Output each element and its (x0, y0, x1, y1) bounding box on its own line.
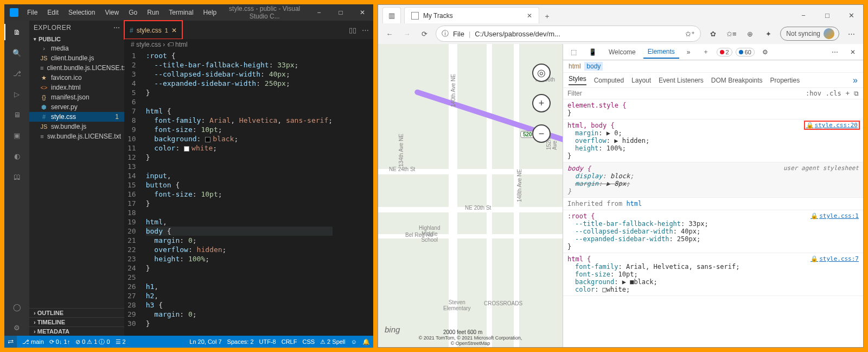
css-rule[interactable]: 🔒style.css:7html {font-family: Arial, He… (563, 253, 863, 296)
book-icon[interactable]: 🕮 (9, 168, 25, 185)
zoom-in-button[interactable]: + (532, 94, 551, 112)
panel-tab[interactable]: DOM Breakpoints (711, 77, 763, 84)
breadcrumb[interactable]: # style.css › 🏷 html (124, 39, 373, 50)
devtools-tab-elements[interactable]: Elements (643, 46, 679, 59)
tab-style-css[interactable]: # style.css 1 ✕ (124, 21, 182, 39)
sidebar-section[interactable]: › METADATA (29, 326, 124, 336)
menu-edit[interactable]: Edit (43, 7, 63, 18)
tab-actions-icon[interactable]: ▥ (382, 7, 401, 23)
menu-selection[interactable]: Selection (64, 7, 99, 18)
devtools-more-icon[interactable]: ⋯ (827, 46, 843, 58)
sidebar-section[interactable]: › TIMELINE (29, 317, 124, 326)
site-info-icon[interactable]: ⓘ (442, 29, 449, 39)
css-rule[interactable]: element.style {} (563, 99, 863, 120)
file-item[interactable]: ★favicon.ico (29, 73, 124, 83)
menu-run[interactable]: Run (143, 7, 163, 18)
tab-close-icon[interactable]: ✕ (171, 27, 177, 34)
panel-tab[interactable]: Styles (569, 75, 586, 85)
problems-indicator[interactable]: ⊘0 ⚠1 ⓘ0 (75, 338, 110, 346)
inspect-icon[interactable]: ⬚ (566, 46, 581, 58)
browser-tab[interactable]: My Tracks ✕ (404, 7, 539, 23)
settings-icon[interactable]: ⚙ (9, 319, 25, 336)
edge-icon[interactable]: ◐ (9, 148, 25, 164)
file-item[interactable]: <>index.html (29, 83, 124, 92)
menu-view[interactable]: View (100, 7, 123, 18)
file-item[interactable]: ≡sw.bundle.js.LICENSE.txt (29, 131, 124, 141)
menu-help[interactable]: Help (199, 7, 221, 18)
window-max-button[interactable]: □ (330, 4, 352, 21)
cls-button[interactable]: .cls (826, 90, 841, 97)
split-editor-icon[interactable]: ▯▯ (349, 26, 356, 34)
file-item[interactable]: ⬢server.py (29, 102, 124, 112)
map[interactable]: NE 36th NE 24th St NE 20th St Bel Red Rd… (378, 44, 563, 347)
feedback-icon[interactable]: ☺ (351, 338, 357, 345)
devtools-more-tabs[interactable]: » (682, 46, 695, 58)
locate-button[interactable]: ◎ (532, 64, 551, 82)
eol-indicator[interactable]: CRLF (282, 338, 297, 345)
forward-button[interactable]: → (401, 30, 413, 38)
devtools-settings-icon[interactable]: ⚙ (758, 46, 773, 58)
file-item[interactable]: JSclient.bundle.js (29, 53, 124, 63)
more-panels-icon[interactable]: » (853, 76, 858, 85)
selection-indicator[interactable]: ☰ 2 (116, 338, 126, 345)
extensions-icon[interactable]: ▣ (9, 127, 25, 143)
source-link[interactable]: 🔒style.css:1 (810, 212, 859, 219)
device-icon[interactable]: 📱 (584, 46, 601, 58)
panel-tab[interactable]: Event Listeners (659, 77, 704, 84)
file-item[interactable]: JSsw.bundle.js (29, 122, 124, 131)
css-rule[interactable]: 🔒style.css:1:root {--title-bar-fallback-… (563, 210, 863, 253)
indent-indicator[interactable]: Spaces: 2 (227, 338, 254, 345)
sync-indicator[interactable]: ⟳ 0↓ 1↑ (49, 338, 70, 345)
bell-icon[interactable]: 🔔 (362, 338, 370, 345)
extensions-icon[interactable]: ✿ (706, 30, 719, 38)
ext2-icon[interactable]: ✦ (762, 30, 775, 38)
run-debug-icon[interactable]: ▷ (9, 86, 25, 102)
error-count[interactable]: 2 (717, 48, 732, 56)
panel-tab[interactable]: Computed (594, 77, 624, 84)
css-rule[interactable]: user agent stylesheetbody {display: bloc… (563, 162, 863, 198)
file-item[interactable]: ≡client.bundle.js.LICENSE.txt (29, 63, 124, 73)
source-link[interactable]: 🔒style.css:20 (805, 122, 859, 129)
browser-more-icon[interactable]: ⋯ (845, 30, 858, 38)
source-link[interactable]: 🔒style.css:7 (810, 255, 859, 262)
file-item[interactable]: #style.css1 (29, 112, 124, 122)
sidebar-section[interactable]: › OUTLINE (29, 308, 124, 317)
file-item[interactable]: ›media (29, 43, 124, 53)
window-close-button[interactable]: ✕ (839, 7, 863, 23)
spell-indicator[interactable]: ⚠ 2 Spell (320, 338, 346, 345)
tab-close-icon[interactable]: ✕ (527, 12, 532, 20)
remote-icon[interactable]: 🖥 (9, 106, 25, 123)
hov-button[interactable]: :hov (806, 90, 821, 97)
search-icon[interactable]: 🔍 (9, 45, 25, 61)
explorer-root[interactable]: ▾PUBLIC (29, 35, 124, 43)
css-rule[interactable]: 🔒style.css:20html, body {margin: ▶ 0;ove… (563, 120, 863, 162)
devtools-tab-welcome[interactable]: Welcome (604, 46, 640, 58)
devtools-breadcrumb[interactable]: html body (563, 60, 863, 73)
new-tab-button[interactable]: ＋ (539, 9, 555, 23)
info-count[interactable]: 60 (736, 48, 755, 56)
toggle-panel-button[interactable]: ⧉ (854, 90, 859, 97)
source-control-icon[interactable]: ⎇ (9, 65, 25, 81)
editor-more-icon[interactable]: ⋯ (362, 26, 369, 34)
reload-button[interactable]: ⟳ (418, 30, 430, 38)
address-bar[interactable]: ⓘ File | C:/Users/pabrosse/dev/m... ✩⁺ (436, 26, 701, 42)
explorer-icon[interactable]: 🗎 (9, 24, 25, 40)
favorites-icon[interactable]: ✩≡ (725, 30, 738, 38)
file-item[interactable]: {}manifest.json (29, 92, 124, 102)
encoding-indicator[interactable]: UTF-8 (259, 338, 276, 345)
styles-filter-input[interactable] (567, 90, 801, 97)
favorite-icon[interactable]: ✩⁺ (685, 30, 695, 38)
panel-tab[interactable]: Properties (770, 77, 800, 84)
explorer-more-icon[interactable]: ⋯ (113, 24, 120, 32)
cursor-position[interactable]: Ln 20, Col 7 (189, 338, 221, 345)
devtools-new[interactable]: ＋ (698, 45, 713, 59)
remote-indicator[interactable]: ⮂ (4, 336, 17, 348)
window-max-button[interactable]: □ (815, 7, 839, 23)
new-rule-button[interactable]: + (846, 90, 850, 97)
window-close-button[interactable]: ✕ (352, 4, 373, 21)
menu-file[interactable]: File (23, 7, 42, 18)
devtools-close-icon[interactable]: ✕ (846, 46, 860, 58)
lang-indicator[interactable]: CSS (302, 338, 315, 345)
collections-icon[interactable]: ⊕ (743, 30, 756, 38)
window-min-button[interactable]: − (792, 7, 815, 23)
